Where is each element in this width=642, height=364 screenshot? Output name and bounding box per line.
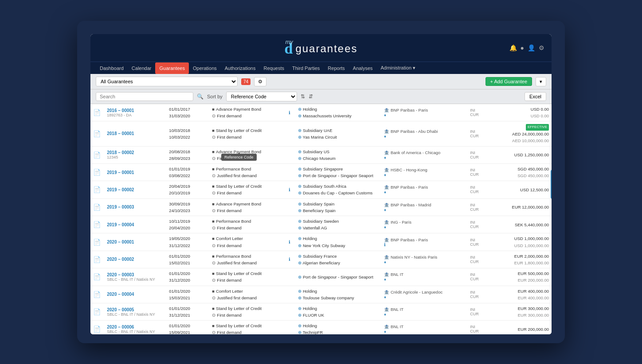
document-icon: 📄 [93, 109, 101, 116]
nav-analyses[interactable]: Analyses [349, 62, 377, 74]
nav-administration[interactable]: Administration ▾ [377, 62, 420, 74]
search-input[interactable] [96, 92, 193, 101]
info-icon[interactable]: ℹ [289, 240, 290, 244]
bell-icon[interactable]: 🔔 [509, 44, 517, 51]
date-range: 20/08/201828/09/2023 [166, 146, 209, 163]
more-options-button[interactable]: ▾ [536, 77, 546, 86]
date-range: 01/01/201731/03/2020 [166, 104, 209, 121]
table-row[interactable]: 📄 2020 – 00002 01/01/202015/02/2021 ■Per… [90, 251, 552, 268]
bank-info: 🏦 HSBC - Hong-Kong ♦ [381, 163, 467, 181]
ini-cur: INI CUR [467, 104, 485, 121]
table-row[interactable]: 📄 2018 – 00001 10/03/201810/03/2022 ■Sta… [90, 121, 552, 146]
bank-info: 🏦 BNL IT ♦ [381, 303, 467, 320]
amounts: USD 1,250,000.00 [485, 146, 552, 163]
table-row[interactable]: 📄 2019 – 00001 01/01/201903/08/2022 ■Per… [90, 163, 552, 181]
date-range: 30/09/201924/10/2023 [166, 198, 209, 216]
app-header: my d guarantees 🔔 ● 👤 ⚙ [90, 34, 552, 62]
sort-asc-icon[interactable]: ⇅ [301, 93, 305, 100]
bank-info: 🏦 BNP Paribas - Abu Dhabi ♦ [381, 121, 467, 146]
table-row[interactable]: 📄 2016 – 00001 1892763 - DA 01/01/201731… [90, 104, 552, 121]
sort-select[interactable]: Reference Code [226, 92, 297, 101]
amounts: EUR 12,000,000.00 [485, 198, 552, 216]
ref-code: 2020 – 00001 [107, 240, 164, 244]
nav-third-parties[interactable]: Third Parties [288, 62, 324, 74]
nav-authorizations[interactable]: Authorizations [221, 62, 260, 74]
ini-cur: INI CUR [467, 163, 485, 181]
party-info: ⊕ Subsidiary France ⊕ Algerian Beneficia… [295, 251, 381, 268]
nav-guarantees[interactable]: Guarantees [155, 62, 188, 74]
party-info: ⊕ Subsidiary UAE ⊕ Yas Marina Circuit [295, 121, 381, 146]
ini-cur: INI CUR [467, 233, 485, 251]
info-icon[interactable]: ℹ [289, 257, 290, 262]
sub-ref: 12345 [107, 155, 164, 159]
ini-cur: INI CUR [467, 198, 485, 216]
add-guarantee-button[interactable]: + Add Guarantee [485, 77, 532, 86]
amounts: EUR 300,000.00 EUR 300,000.00 [485, 303, 552, 320]
ref-code: 2020 – 00003 [107, 272, 164, 277]
guarantee-type: ■Comfort Letter ⊙Justified first demand [209, 286, 286, 303]
filter-select[interactable]: All Guarantees [96, 77, 238, 86]
search-icon[interactable]: 🔍 [197, 93, 204, 100]
ref-code: 2020 – 00002 [107, 257, 164, 262]
ref-code: 2020 – 00004 [107, 292, 164, 297]
date-range: 01/01/202015/03/2021 [166, 286, 209, 303]
party-info: ⊕ Holding ⊕ New York City Subway [295, 233, 381, 251]
bank-info: 🏦 BNP Paribas - Madrid ♦ [381, 198, 467, 216]
document-icon: 📄 [93, 273, 101, 280]
bank-info-icon[interactable]: ℹ [384, 242, 386, 247]
reference-code-tooltip: Reference Code [221, 154, 257, 161]
connect-button[interactable]: Connect [551, 170, 552, 199]
table-row[interactable]: 📄 2019 – 00002 20/04/201920/10/2019 ■Sta… [90, 181, 552, 198]
bank-info: 🏦 Bank of America - Chicago ♦ [381, 146, 467, 163]
table-row[interactable]: 📄 2020 – 00006 SBLC - BNL IT / Natixis N… [90, 321, 552, 334]
info-icon[interactable]: ℹ [289, 110, 290, 115]
sort-label: Sort by [207, 94, 223, 99]
table-row[interactable]: 📄 2018 – 00002 12345 20/08/201828/09/202… [90, 146, 552, 163]
nav-operations[interactable]: Operations [189, 62, 221, 74]
table-row[interactable]: 📄 2020 – 00005 SBLC - BNL IT / Natixis N… [90, 303, 552, 320]
sub-ref: SBLC - BNL IT / Natixis NY [107, 312, 164, 317]
table-row[interactable]: 📄 2020 – 00004 01/01/202015/03/2021 ■Com… [90, 286, 552, 303]
nav-calendar[interactable]: Calendar [128, 62, 156, 74]
party-info: ⊕ Subsidiary Spain ⊕ Beneficiary Spain [295, 198, 381, 216]
ini-cur: INI CUR [467, 303, 485, 320]
document-icon: 📄 [93, 291, 101, 298]
amounts: EFFECTIVE AED 24,000,000.00 AED 10,000,0… [485, 121, 552, 146]
user-icon[interactable]: 👤 [528, 44, 535, 51]
table-row[interactable]: 📄 2020 – 00001 19/05/202031/12/2022 ■Com… [90, 233, 552, 251]
guarantee-type: ■Advance Payment Bond ⊙First demand [209, 104, 286, 121]
ref-code: 2019 – 00001 [107, 170, 164, 175]
info-icon[interactable]: ℹ [289, 187, 290, 192]
document-icon: 📄 [93, 221, 101, 228]
circle-icon[interactable]: ● [521, 44, 524, 51]
nav-requests[interactable]: Requests [259, 62, 288, 74]
document-icon: 📄 [93, 169, 101, 176]
date-range: 01/01/202015/02/2021 [166, 251, 209, 268]
party-info: ⊕ Holding ⊕ TechnipFR [295, 321, 381, 334]
document-icon: 📄 [93, 130, 101, 137]
logo-text: guarantees [295, 43, 357, 55]
ini-cur: INI CUR [467, 121, 485, 146]
table-row[interactable]: 📄 2019 – 00003 30/09/201924/10/2023 ■Adv… [90, 198, 552, 216]
table-row[interactable]: 📄 2020 – 00003 SBLC - BNL IT / Natixis N… [90, 268, 552, 286]
nav-reports[interactable]: Reports [324, 62, 349, 74]
ini-cur: INI CUR [467, 321, 485, 334]
excel-button[interactable]: Excel [525, 92, 546, 101]
nav-dashboard[interactable]: Dashboard [96, 62, 128, 74]
guarantee-type: ■Performance Bond ⊙First demand [209, 216, 286, 233]
ref-code: 2018 – 00001 [107, 131, 164, 136]
bank-info: 🏦 BNP Paribas - Paris ♦ [381, 104, 467, 121]
logo: my d guarantees [90, 40, 552, 57]
ini-cur: INI CUR [467, 181, 485, 198]
date-range: 01/01/202031/12/2021 [166, 303, 209, 320]
sub-ref: 1892763 - DA [107, 113, 164, 117]
amounts: EUR 500,000.00 EUR 200,000.00 [485, 268, 552, 286]
sort-desc-icon[interactable]: ⇵ [309, 93, 313, 100]
guarantee-type: ■Stand by Letter of Credit ⊙First demand [209, 303, 286, 320]
ref-code: 2018 – 00002 [107, 150, 164, 155]
table-row[interactable]: 📄 2019 – 00004 10/11/201920/04/2020 ■Per… [90, 216, 552, 233]
gear-icon[interactable]: ⚙ [539, 44, 544, 51]
amounts: EUR 400,000.00 EUR 400,000.00 [485, 286, 552, 303]
filter-settings-button[interactable]: ⚙ [254, 77, 266, 86]
date-range: 19/05/202031/12/2022 [166, 233, 209, 251]
